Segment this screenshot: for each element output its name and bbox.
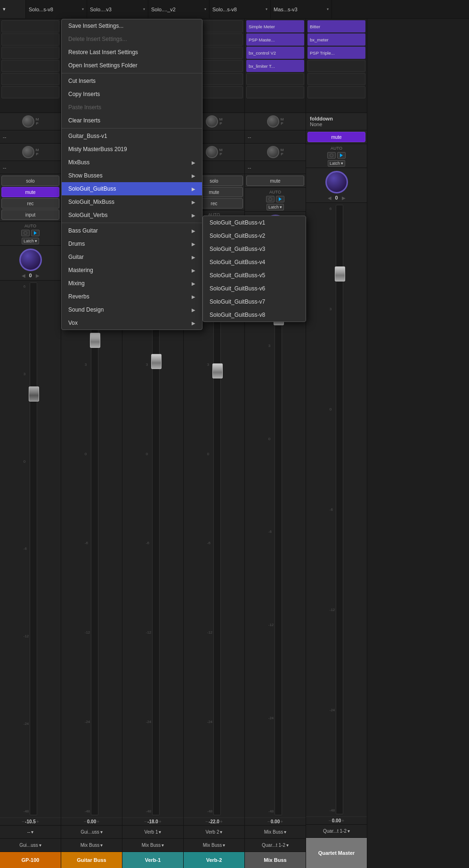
insert-slot[interactable] <box>1 47 59 59</box>
knob-1[interactable] <box>22 115 34 128</box>
auto-record-button[interactable] <box>21 230 30 236</box>
main-dropdown[interactable]: ▾ <box>0 0 26 18</box>
minus-button[interactable]: − <box>205 819 208 824</box>
pan-left-arrow[interactable]: ◀ <box>22 273 25 278</box>
mute-button[interactable]: mute <box>1 187 59 197</box>
insert-slot[interactable]: Simple Meter <box>246 20 304 32</box>
menu-item-sologuit-mixbuss[interactable]: SoloGuit_MixBuss ▶ <box>62 195 202 209</box>
ch3-label-top[interactable]: Verb 1 ▾ <box>122 826 183 839</box>
pan-knob[interactable] <box>19 249 42 271</box>
menu-item-open-folder[interactable]: Open Insert Settings Folder <box>62 59 202 72</box>
fader-rail[interactable] <box>275 249 282 815</box>
fader-handle[interactable] <box>212 363 223 378</box>
plus-button[interactable]: + <box>341 818 344 823</box>
menu-item-copy-inserts[interactable]: Copy Inserts <box>62 88 202 101</box>
submenu-item-sgb-v2[interactable]: SoloGuit_GuitBuss-v2 <box>203 229 306 242</box>
fader-handle[interactable] <box>90 333 100 348</box>
menu-item-sologuit-verbs[interactable]: SoloGuit_Verbs ▶ <box>62 209 202 222</box>
knob-1[interactable] <box>267 115 279 128</box>
insert-slot[interactable] <box>1 86 59 98</box>
fader-handle[interactable] <box>29 386 39 402</box>
ch5-label-top[interactable]: Mix Buss ▾ <box>245 826 306 839</box>
fader-rail[interactable] <box>30 282 37 815</box>
plus-button[interactable]: + <box>159 819 162 824</box>
insert-slot[interactable] <box>307 60 365 72</box>
menu-item-cut-inserts[interactable]: Cut Inserts <box>62 74 202 88</box>
submenu-item-sgb-v8[interactable]: SoloGuit_GuitBuss-v8 <box>203 308 306 321</box>
submenu-item-sgb-v3[interactable]: SoloGuit_GuitBuss-v3 <box>203 242 306 256</box>
insert-slot[interactable] <box>307 73 365 85</box>
auto-play-button[interactable] <box>31 230 40 236</box>
minus-button[interactable]: − <box>84 819 87 824</box>
ch5-name-bar[interactable]: Mix Buss <box>245 852 306 868</box>
rec-button[interactable]: rec <box>1 198 59 209</box>
track-dropdown-5[interactable]: Mas...s-v3 ▾ <box>271 0 332 18</box>
fader-rail[interactable] <box>336 205 343 814</box>
plus-button[interactable]: + <box>97 819 99 824</box>
ch1-name-bar[interactable]: GP-100 <box>0 852 61 868</box>
menu-item-vox[interactable]: Vox ▶ <box>62 316 202 330</box>
menu-item-restore-insert[interactable]: Restore Last Insert Settings <box>62 46 202 59</box>
track-dropdown-2[interactable]: Solo....v3 ▾ <box>87 0 148 18</box>
track-dropdown-1[interactable]: Solo...s-v8 ▾ <box>26 0 87 18</box>
menu-item-sologuit-guitbuss[interactable]: SoloGuit_GuitBuss ▶ <box>62 182 202 195</box>
ch4-label-top[interactable]: Verb 2 ▾ <box>184 826 244 839</box>
menu-item-clear-inserts[interactable]: Clear Inserts <box>62 114 202 127</box>
insert-slot[interactable] <box>307 86 365 98</box>
solo-button[interactable]: solo <box>1 176 59 186</box>
insert-slot[interactable] <box>1 60 59 72</box>
auto-record-button[interactable] <box>327 152 336 159</box>
submenu-item-sgb-v7[interactable]: SoloGuit_GuitBuss-v7 <box>203 295 306 308</box>
auto-play-button[interactable] <box>276 196 284 202</box>
knob-1[interactable] <box>206 115 218 128</box>
knob-2[interactable] <box>267 146 279 158</box>
plus-button[interactable]: + <box>280 819 283 824</box>
fader-handle[interactable] <box>151 354 162 369</box>
menu-item-sound-design[interactable]: Sound Design ▶ <box>62 303 202 316</box>
submenu-item-sgb-v4[interactable]: SoloGuit_GuitBuss-v4 <box>203 256 306 269</box>
insert-slot[interactable]: bx_meter <box>307 33 365 46</box>
ch3-name-bar[interactable]: Verb-1 <box>122 852 183 868</box>
knob-2[interactable] <box>22 146 34 158</box>
insert-slot[interactable]: Bitter <box>307 20 365 32</box>
auto-record-button[interactable] <box>266 196 275 202</box>
ch3-label-mid[interactable]: Mix Buss ▾ <box>122 839 183 852</box>
track-dropdown-4[interactable]: Solo...s-v8 ▾ <box>210 0 271 18</box>
input-button[interactable]: input <box>1 209 59 220</box>
minus-button[interactable]: − <box>22 819 24 824</box>
insert-slot[interactable]: PSP Triple... <box>307 47 365 59</box>
menu-item-save-insert[interactable]: Save Insert Settings... <box>62 19 202 32</box>
minus-button[interactable]: − <box>267 819 270 824</box>
knob-2[interactable] <box>206 146 218 158</box>
ch6-label-top[interactable]: Quar...t 1-2 ▾ <box>306 825 367 838</box>
menu-item-bass-guitar[interactable]: Bass Guitar ▶ <box>62 224 202 237</box>
ch6-name-bar[interactable]: Quartet Master <box>306 838 367 868</box>
fader-handle[interactable] <box>335 266 345 281</box>
mute-button[interactable]: mute <box>246 176 304 186</box>
insert-slot[interactable] <box>1 33 59 46</box>
ch1-label-mid[interactable]: Gui...uss ▾ <box>0 839 61 852</box>
menu-item-reverbs[interactable]: Reverbs ▶ <box>62 290 202 303</box>
menu-item-drums[interactable]: Drums ▶ <box>62 237 202 250</box>
pan-right-arrow[interactable]: ▶ <box>36 273 40 278</box>
minus-button[interactable]: − <box>329 818 332 823</box>
minus-button[interactable]: − <box>144 819 147 824</box>
insert-slot[interactable] <box>1 73 59 85</box>
fader-rail[interactable] <box>152 271 160 815</box>
menu-item-mixing[interactable]: Mixing ▶ <box>62 277 202 290</box>
menu-item-show-busses[interactable]: Show Busses ▶ <box>62 169 202 182</box>
plus-button[interactable]: + <box>220 819 223 824</box>
submenu-item-sgb-v1[interactable]: SoloGuit_GuitBuss-v1 <box>203 216 306 229</box>
menu-item-guitar-buss-v1[interactable]: Guitar_Buss-v1 <box>62 129 202 143</box>
ch1-label-top[interactable]: -- ▾ <box>0 826 61 839</box>
menu-item-mixbuss[interactable]: MixBuss ▶ <box>62 156 202 169</box>
auto-play-button[interactable] <box>337 152 346 159</box>
insert-slot[interactable] <box>246 86 304 98</box>
fader-rail[interactable] <box>213 271 221 815</box>
latch-dropdown[interactable]: Latch ▾ <box>267 204 284 210</box>
submenu-item-sgb-v5[interactable]: SoloGuit_GuitBuss-v5 <box>203 269 306 282</box>
latch-dropdown[interactable]: Latch ▾ <box>328 160 345 167</box>
ch2-label-mid[interactable]: Mix Buss ▾ <box>61 839 122 852</box>
plus-button[interactable]: + <box>36 819 39 824</box>
mute-button[interactable]: mute <box>307 132 365 142</box>
